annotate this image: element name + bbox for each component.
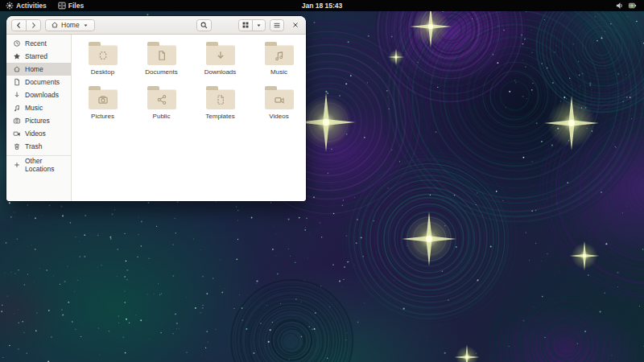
- sidebar-item-other-locations[interactable]: Other Locations: [6, 158, 71, 171]
- file-label: Templates: [205, 113, 234, 120]
- sidebar-item-label: Home: [25, 65, 43, 73]
- nav-button-group: [11, 19, 41, 31]
- camera-icon: [13, 117, 21, 125]
- video-icon: [13, 130, 21, 138]
- file-item-videos[interactable]: Videos: [250, 84, 306, 128]
- share-emblem-icon: [155, 93, 167, 105]
- music-icon: [13, 104, 21, 112]
- file-label: Videos: [269, 113, 288, 120]
- back-button[interactable]: [11, 19, 27, 31]
- hamburger-menu-icon: [273, 21, 281, 30]
- search-icon: [200, 21, 208, 30]
- sidebar-item-label: Downloads: [25, 91, 59, 99]
- folder-icon: [265, 89, 294, 109]
- menu-button[interactable]: [270, 19, 284, 31]
- volume-icon: [616, 2, 624, 10]
- forward-button[interactable]: [26, 19, 41, 31]
- file-item-music[interactable]: Music: [250, 39, 306, 84]
- file-item-templates[interactable]: Templates: [191, 84, 250, 128]
- file-item-public[interactable]: Public: [132, 84, 191, 128]
- file-item-downloads[interactable]: Downloads: [191, 39, 250, 84]
- file-label: Downloads: [204, 68, 237, 76]
- sidebar-item-trash[interactable]: Trash: [6, 140, 71, 153]
- window-body: Recent Starred Home Documents: [6, 35, 306, 201]
- trash-icon: [13, 142, 21, 150]
- top-bar: Activities Files Jan 18 15:43: [0, 0, 644, 11]
- system-status-area[interactable]: [616, 0, 644, 11]
- folder-icon: [89, 89, 118, 109]
- file-item-documents[interactable]: Documents: [132, 39, 191, 84]
- desktop-emblem-icon: [97, 49, 109, 61]
- sidebar-item-label: Trash: [25, 142, 42, 150]
- files-window: Home: [6, 16, 306, 201]
- folder-icon: [147, 89, 176, 109]
- file-item-pictures[interactable]: Pictures: [73, 84, 132, 128]
- activities-button[interactable]: Activities: [0, 0, 52, 11]
- activities-icon: [6, 2, 14, 10]
- header-bar: Home: [6, 16, 306, 35]
- grid-view-icon: [242, 21, 250, 29]
- sidebar-item-label: Pictures: [25, 117, 50, 125]
- video-emblem-icon: [273, 93, 285, 105]
- sidebar-item-documents[interactable]: Documents: [6, 76, 71, 88]
- star-icon: [13, 52, 21, 60]
- clock-button[interactable]: Jan 18 15:43: [295, 0, 349, 11]
- folder-icon: [265, 45, 294, 65]
- sidebar-item-label: Music: [25, 104, 43, 112]
- battery-icon: [628, 2, 638, 10]
- folder-icon: [206, 89, 235, 109]
- download-emblem-icon: [214, 49, 226, 61]
- file-label: Documents: [145, 68, 177, 76]
- chevron-right-icon: [29, 21, 38, 30]
- activities-label: Activities: [16, 2, 47, 10]
- sidebar-item-label: Videos: [25, 130, 46, 138]
- chevron-left-icon: [14, 21, 23, 30]
- app-menu-label: Files: [68, 2, 84, 10]
- plus-icon: [13, 161, 21, 169]
- sidebar-item-starred[interactable]: Starred: [6, 50, 71, 63]
- document-emblem-icon: [155, 49, 167, 61]
- file-item-desktop[interactable]: Desktop: [73, 39, 132, 84]
- camera-emblem-icon: [97, 93, 109, 105]
- sidebar-item-pictures[interactable]: Pictures: [6, 114, 71, 127]
- home-icon: [13, 65, 21, 73]
- sidebar-item-downloads[interactable]: Downloads: [6, 88, 71, 101]
- sidebar-item-recent[interactable]: Recent: [6, 37, 71, 50]
- download-icon: [13, 91, 21, 99]
- sidebar-item-label: Starred: [25, 52, 47, 60]
- sidebar: Recent Starred Home Documents: [6, 35, 72, 201]
- close-icon: [291, 21, 299, 29]
- path-label: Home: [61, 21, 80, 29]
- folder-icon: [89, 45, 118, 65]
- path-bar-button[interactable]: Home: [45, 19, 95, 31]
- sidebar-item-label: Other Locations: [25, 157, 71, 173]
- file-label: Pictures: [91, 113, 114, 120]
- chevron-down-icon: [82, 22, 89, 29]
- search-button[interactable]: [196, 19, 212, 31]
- chevron-down-icon: [255, 22, 262, 29]
- folder-icon: [147, 45, 176, 65]
- music-emblem-icon: [273, 49, 285, 61]
- recent-icon: [13, 39, 21, 47]
- sidebar-item-label: Documents: [25, 78, 60, 86]
- file-label: Music: [270, 68, 287, 76]
- view-options-button[interactable]: [252, 19, 266, 31]
- file-label: Desktop: [91, 68, 114, 76]
- app-menu-button[interactable]: Files: [52, 0, 89, 11]
- sidebar-separator: [6, 155, 71, 156]
- document-icon: [13, 78, 21, 86]
- file-label: Public: [153, 113, 171, 120]
- template-emblem-icon: [214, 93, 226, 105]
- sidebar-item-label: Recent: [25, 39, 47, 47]
- sidebar-item-music[interactable]: Music: [6, 101, 71, 114]
- sidebar-item-videos[interactable]: Videos: [6, 127, 71, 140]
- view-toggle-button[interactable]: [238, 19, 253, 31]
- close-button[interactable]: [290, 19, 301, 31]
- folder-icon: [206, 45, 235, 65]
- view-button-group: [238, 19, 266, 31]
- files-app-icon: [58, 2, 66, 10]
- home-icon: [51, 21, 59, 29]
- file-grid: Desktop Documents Downloads: [72, 35, 306, 201]
- sidebar-item-home[interactable]: Home: [6, 63, 71, 76]
